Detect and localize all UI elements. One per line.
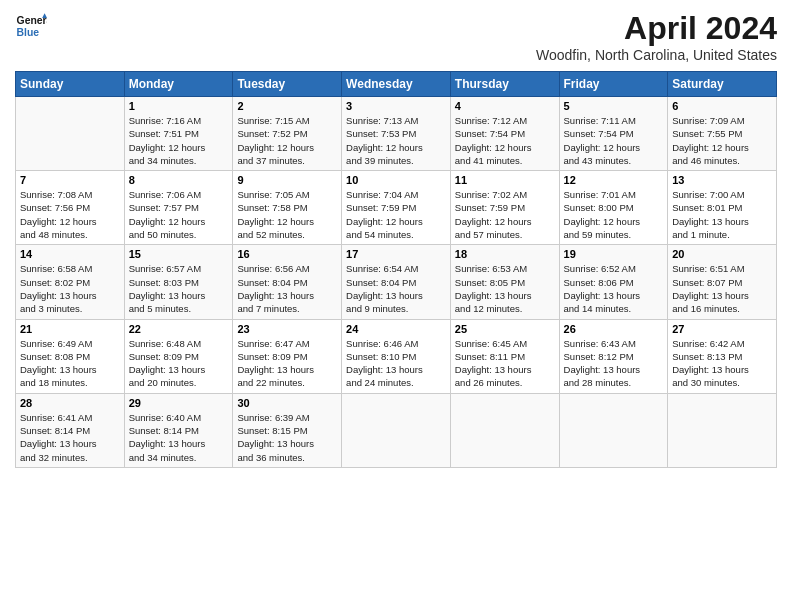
week-row-3: 14Sunrise: 6:58 AM Sunset: 8:02 PM Dayli… [16,245,777,319]
day-info: Sunrise: 7:13 AM Sunset: 7:53 PM Dayligh… [346,114,446,167]
day-info: Sunrise: 7:04 AM Sunset: 7:59 PM Dayligh… [346,188,446,241]
calendar-cell: 26Sunrise: 6:43 AM Sunset: 8:12 PM Dayli… [559,319,668,393]
day-info: Sunrise: 6:57 AM Sunset: 8:03 PM Dayligh… [129,262,229,315]
calendar-cell: 5Sunrise: 7:11 AM Sunset: 7:54 PM Daylig… [559,97,668,171]
calendar-cell: 20Sunrise: 6:51 AM Sunset: 8:07 PM Dayli… [668,245,777,319]
calendar-cell: 25Sunrise: 6:45 AM Sunset: 8:11 PM Dayli… [450,319,559,393]
day-number: 17 [346,248,446,260]
calendar-body: 1Sunrise: 7:16 AM Sunset: 7:51 PM Daylig… [16,97,777,468]
calendar-table: Sunday Monday Tuesday Wednesday Thursday… [15,71,777,468]
calendar-cell: 9Sunrise: 7:05 AM Sunset: 7:58 PM Daylig… [233,171,342,245]
calendar-cell: 14Sunrise: 6:58 AM Sunset: 8:02 PM Dayli… [16,245,125,319]
calendar-cell: 29Sunrise: 6:40 AM Sunset: 8:14 PM Dayli… [124,393,233,467]
calendar-cell: 28Sunrise: 6:41 AM Sunset: 8:14 PM Dayli… [16,393,125,467]
header-row: Sunday Monday Tuesday Wednesday Thursday… [16,72,777,97]
calendar-cell: 13Sunrise: 7:00 AM Sunset: 8:01 PM Dayli… [668,171,777,245]
day-number: 24 [346,323,446,335]
header: General Blue April 2024 Woodfin, North C… [15,10,777,63]
calendar-cell: 19Sunrise: 6:52 AM Sunset: 8:06 PM Dayli… [559,245,668,319]
title-block: April 2024 Woodfin, North Carolina, Unit… [536,10,777,63]
day-info: Sunrise: 7:11 AM Sunset: 7:54 PM Dayligh… [564,114,664,167]
day-info: Sunrise: 6:48 AM Sunset: 8:09 PM Dayligh… [129,337,229,390]
day-number: 10 [346,174,446,186]
week-row-4: 21Sunrise: 6:49 AM Sunset: 8:08 PM Dayli… [16,319,777,393]
day-info: Sunrise: 7:01 AM Sunset: 8:00 PM Dayligh… [564,188,664,241]
day-number: 22 [129,323,229,335]
calendar-cell: 8Sunrise: 7:06 AM Sunset: 7:57 PM Daylig… [124,171,233,245]
calendar-cell: 2Sunrise: 7:15 AM Sunset: 7:52 PM Daylig… [233,97,342,171]
day-info: Sunrise: 6:42 AM Sunset: 8:13 PM Dayligh… [672,337,772,390]
day-number: 1 [129,100,229,112]
calendar-cell: 21Sunrise: 6:49 AM Sunset: 8:08 PM Dayli… [16,319,125,393]
day-info: Sunrise: 7:06 AM Sunset: 7:57 PM Dayligh… [129,188,229,241]
day-number: 15 [129,248,229,260]
calendar-cell: 18Sunrise: 6:53 AM Sunset: 8:05 PM Dayli… [450,245,559,319]
calendar-cell: 3Sunrise: 7:13 AM Sunset: 7:53 PM Daylig… [342,97,451,171]
main-title: April 2024 [536,10,777,47]
calendar-cell [668,393,777,467]
day-number: 2 [237,100,337,112]
day-info: Sunrise: 7:00 AM Sunset: 8:01 PM Dayligh… [672,188,772,241]
day-info: Sunrise: 6:49 AM Sunset: 8:08 PM Dayligh… [20,337,120,390]
day-info: Sunrise: 6:40 AM Sunset: 8:14 PM Dayligh… [129,411,229,464]
day-number: 26 [564,323,664,335]
logo: General Blue [15,10,47,42]
day-info: Sunrise: 6:51 AM Sunset: 8:07 PM Dayligh… [672,262,772,315]
calendar-cell: 15Sunrise: 6:57 AM Sunset: 8:03 PM Dayli… [124,245,233,319]
calendar-cell: 11Sunrise: 7:02 AM Sunset: 7:59 PM Dayli… [450,171,559,245]
calendar-cell: 10Sunrise: 7:04 AM Sunset: 7:59 PM Dayli… [342,171,451,245]
svg-text:Blue: Blue [17,27,40,38]
calendar-cell: 16Sunrise: 6:56 AM Sunset: 8:04 PM Dayli… [233,245,342,319]
week-row-2: 7Sunrise: 7:08 AM Sunset: 7:56 PM Daylig… [16,171,777,245]
calendar-cell: 4Sunrise: 7:12 AM Sunset: 7:54 PM Daylig… [450,97,559,171]
week-row-1: 1Sunrise: 7:16 AM Sunset: 7:51 PM Daylig… [16,97,777,171]
day-number: 27 [672,323,772,335]
calendar-cell: 30Sunrise: 6:39 AM Sunset: 8:15 PM Dayli… [233,393,342,467]
day-info: Sunrise: 6:43 AM Sunset: 8:12 PM Dayligh… [564,337,664,390]
svg-text:General: General [17,15,47,26]
day-number: 5 [564,100,664,112]
calendar-header: Sunday Monday Tuesday Wednesday Thursday… [16,72,777,97]
day-number: 11 [455,174,555,186]
calendar-cell [450,393,559,467]
day-number: 20 [672,248,772,260]
calendar-cell [16,97,125,171]
col-sunday: Sunday [16,72,125,97]
calendar-cell: 27Sunrise: 6:42 AM Sunset: 8:13 PM Dayli… [668,319,777,393]
day-number: 30 [237,397,337,409]
day-info: Sunrise: 6:52 AM Sunset: 8:06 PM Dayligh… [564,262,664,315]
day-info: Sunrise: 6:56 AM Sunset: 8:04 PM Dayligh… [237,262,337,315]
day-info: Sunrise: 6:46 AM Sunset: 8:10 PM Dayligh… [346,337,446,390]
col-thursday: Thursday [450,72,559,97]
calendar-cell: 17Sunrise: 6:54 AM Sunset: 8:04 PM Dayli… [342,245,451,319]
day-number: 28 [20,397,120,409]
calendar-cell [342,393,451,467]
day-number: 12 [564,174,664,186]
day-info: Sunrise: 7:12 AM Sunset: 7:54 PM Dayligh… [455,114,555,167]
day-info: Sunrise: 6:53 AM Sunset: 8:05 PM Dayligh… [455,262,555,315]
calendar-cell: 1Sunrise: 7:16 AM Sunset: 7:51 PM Daylig… [124,97,233,171]
week-row-5: 28Sunrise: 6:41 AM Sunset: 8:14 PM Dayli… [16,393,777,467]
day-number: 9 [237,174,337,186]
day-number: 4 [455,100,555,112]
day-info: Sunrise: 6:47 AM Sunset: 8:09 PM Dayligh… [237,337,337,390]
day-info: Sunrise: 6:41 AM Sunset: 8:14 PM Dayligh… [20,411,120,464]
day-number: 25 [455,323,555,335]
day-number: 18 [455,248,555,260]
calendar-page: General Blue April 2024 Woodfin, North C… [0,0,792,612]
day-number: 14 [20,248,120,260]
day-number: 7 [20,174,120,186]
calendar-cell: 6Sunrise: 7:09 AM Sunset: 7:55 PM Daylig… [668,97,777,171]
day-number: 29 [129,397,229,409]
calendar-cell: 24Sunrise: 6:46 AM Sunset: 8:10 PM Dayli… [342,319,451,393]
day-number: 3 [346,100,446,112]
day-info: Sunrise: 7:05 AM Sunset: 7:58 PM Dayligh… [237,188,337,241]
subtitle: Woodfin, North Carolina, United States [536,47,777,63]
day-info: Sunrise: 7:02 AM Sunset: 7:59 PM Dayligh… [455,188,555,241]
day-info: Sunrise: 7:15 AM Sunset: 7:52 PM Dayligh… [237,114,337,167]
day-info: Sunrise: 6:45 AM Sunset: 8:11 PM Dayligh… [455,337,555,390]
day-info: Sunrise: 7:09 AM Sunset: 7:55 PM Dayligh… [672,114,772,167]
calendar-cell [559,393,668,467]
col-friday: Friday [559,72,668,97]
col-wednesday: Wednesday [342,72,451,97]
